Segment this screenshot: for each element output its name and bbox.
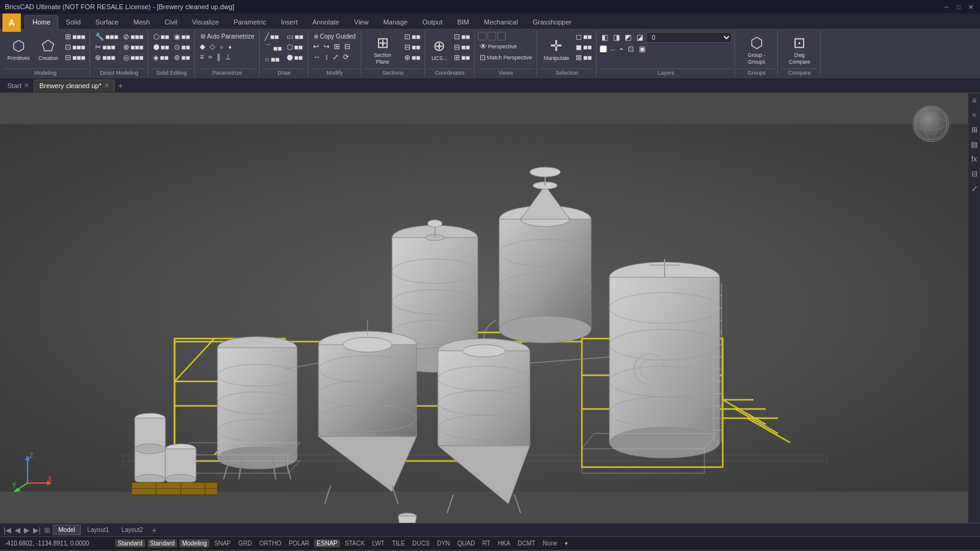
- se-btn1[interactable]: ⬡◼◼: [151, 32, 171, 42]
- mod-btn5[interactable]: ↔: [311, 52, 322, 62]
- layer-extra2[interactable]: ▣: [637, 44, 647, 54]
- status-snap[interactable]: SNAP: [212, 539, 233, 547]
- status-modeling[interactable]: Modeling: [179, 539, 209, 547]
- se-btn5[interactable]: ⊙◼◼: [172, 42, 192, 52]
- layout-nav-prev[interactable]: ◀: [13, 526, 21, 534]
- status-hka[interactable]: HKA: [496, 539, 513, 547]
- close-brewery-tab[interactable]: ✕: [104, 82, 109, 89]
- coord-btn3[interactable]: ⊞◼◼: [452, 53, 472, 62]
- par-btn6[interactable]: ≈: [206, 52, 214, 62]
- viewport[interactable]: Z X Y: [0, 93, 968, 523]
- tab-home[interactable]: Home: [24, 15, 58, 29]
- layout-nav-add[interactable]: ⊞: [43, 526, 51, 534]
- layout-nav-first[interactable]: |◀: [2, 526, 12, 534]
- draw-btn2[interactable]: ⌒◼◼: [263, 42, 284, 54]
- sidebar-icon-wave[interactable]: ≈: [970, 110, 979, 120]
- app-logo[interactable]: A: [2, 13, 21, 32]
- dm-btn5[interactable]: ⊗◼◼◼: [121, 42, 145, 52]
- dm-btn3[interactable]: ⊕◼◼◼: [93, 53, 120, 62]
- mod-btn4[interactable]: ⊟: [342, 42, 352, 51]
- se-btn2[interactable]: ⬢◼◼: [151, 42, 171, 52]
- par-btn2[interactable]: ◇: [208, 42, 217, 51]
- primitives-button[interactable]: ⬡ Primitives: [4, 32, 34, 67]
- doc-tab-brewery[interactable]: Brewery cleaned up* ✕: [34, 80, 115, 92]
- layer-btn1[interactable]: ◧: [600, 32, 610, 42]
- minimize-button[interactable]: ─: [942, 2, 951, 11]
- layout-tab-layout1[interactable]: Layout1: [82, 525, 115, 535]
- tab-bim[interactable]: BIM: [450, 15, 477, 29]
- mod-btn7[interactable]: ⤢: [331, 52, 341, 62]
- views-square3[interactable]: [497, 32, 506, 40]
- par-btn7[interactable]: ∥: [215, 52, 222, 62]
- dm-btn1[interactable]: 🔧◼◼◼: [93, 32, 120, 42]
- sel-btn2[interactable]: ◼◼◼: [574, 42, 594, 52]
- sidebar-icon-table[interactable]: ▤: [970, 140, 979, 149]
- sidebar-icon-menu[interactable]: ≡: [970, 96, 979, 105]
- status-arrow-dropdown[interactable]: ▾: [562, 539, 570, 547]
- tab-grasshopper[interactable]: Grasshopper: [526, 15, 579, 29]
- group-button[interactable]: ⬡ Group - Groups: [738, 32, 775, 67]
- dm-btn2[interactable]: ✂◼◼◼: [93, 42, 120, 52]
- par-btn8[interactable]: ⊥: [223, 52, 233, 62]
- tab-insert[interactable]: Insert: [273, 15, 305, 29]
- draw-btn6[interactable]: ⬣◼◼: [285, 53, 305, 62]
- auto-parametrize-button[interactable]: ⚙ Auto Parametrize: [198, 32, 257, 41]
- status-lwt[interactable]: LWT: [370, 539, 387, 547]
- draw-btn1[interactable]: ╱◼◼: [263, 32, 284, 42]
- sel-btn3[interactable]: ⊠◼◼: [574, 53, 594, 62]
- layer-btn4[interactable]: ◪: [635, 32, 645, 42]
- status-grid[interactable]: GRD: [236, 539, 254, 547]
- tab-output[interactable]: Output: [415, 15, 450, 29]
- tab-view[interactable]: View: [347, 15, 376, 29]
- se-btn6[interactable]: ⊚◼◼: [172, 53, 192, 62]
- mod-btn3[interactable]: ⊞: [332, 42, 342, 51]
- close-button[interactable]: ✕: [967, 2, 975, 11]
- model-btn3[interactable]: ⊟◼◼◼: [63, 53, 87, 62]
- views-square2[interactable]: [488, 32, 496, 40]
- layers-dropdown[interactable]: 0: [646, 32, 732, 43]
- par-btn3[interactable]: ⬦: [217, 42, 225, 51]
- model-btn1[interactable]: ⊞◼◼◼: [63, 32, 87, 42]
- match-perspective-button[interactable]: ⊡ Match Perspective: [478, 53, 534, 62]
- dm-btn4[interactable]: ⊘◼◼◼: [121, 32, 145, 42]
- sect-btn1[interactable]: ⊡◼◼: [402, 32, 422, 42]
- sidebar-icon-minus[interactable]: ⊟: [970, 169, 979, 179]
- close-start-tab[interactable]: ✕: [24, 82, 29, 89]
- layout-tab-layout2[interactable]: Layout2: [116, 525, 149, 535]
- status-ducs[interactable]: DUCS: [410, 539, 432, 547]
- navigation-ball[interactable]: [913, 105, 949, 142]
- layout-tab-model[interactable]: Model: [53, 525, 80, 535]
- layout-add-button[interactable]: +: [150, 525, 159, 535]
- draw-btn3[interactable]: ○◼◼: [263, 54, 284, 64]
- sect-btn2[interactable]: ⊟◼◼: [402, 42, 422, 52]
- tab-mechanical[interactable]: Mechanical: [477, 15, 526, 29]
- layer-extra1[interactable]: ⊡: [626, 44, 636, 54]
- status-polar[interactable]: POLAR: [286, 539, 312, 547]
- maximize-button[interactable]: □: [954, 2, 963, 11]
- perspective-button[interactable]: 👁 Perspective: [478, 42, 534, 51]
- draw-btn4[interactable]: ▭◼◼: [285, 32, 305, 42]
- model-btn2[interactable]: ⊡◼◼◼: [63, 42, 87, 52]
- status-stack[interactable]: STACK: [342, 539, 368, 547]
- layer-line-btn[interactable]: —: [608, 46, 617, 53]
- creation-button[interactable]: ⬠ Creation: [35, 32, 62, 67]
- mod-btn1[interactable]: ↩: [311, 42, 321, 51]
- par-btn4[interactable]: ⬧: [226, 42, 234, 51]
- sidebar-icon-resize[interactable]: ⤢: [970, 184, 979, 193]
- status-quad[interactable]: QUAD: [455, 539, 478, 547]
- status-rt[interactable]: RT: [480, 539, 492, 547]
- layout-nav-next[interactable]: ▶: [23, 526, 31, 534]
- tab-solid[interactable]: Solid: [58, 15, 88, 29]
- mod-btn8[interactable]: ⟳: [341, 52, 351, 62]
- tab-manage[interactable]: Manage: [376, 15, 415, 29]
- layer-btn3[interactable]: ◩: [623, 32, 633, 42]
- sect-btn3[interactable]: ⊕◼◼: [402, 53, 422, 62]
- tab-parametric[interactable]: Parametric: [226, 15, 273, 29]
- layer-weight-btn[interactable]: ━: [618, 46, 625, 53]
- status-esnap[interactable]: ESNAP: [314, 539, 340, 547]
- copy-guided-button[interactable]: ⊕ Copy Guided: [311, 32, 358, 41]
- sel-btn1[interactable]: ◻◼◼: [574, 32, 594, 42]
- ucs-button[interactable]: ⊕ UCS...: [428, 32, 451, 67]
- new-tab-button[interactable]: +: [115, 80, 127, 92]
- layer-btn2[interactable]: ◨: [611, 32, 622, 42]
